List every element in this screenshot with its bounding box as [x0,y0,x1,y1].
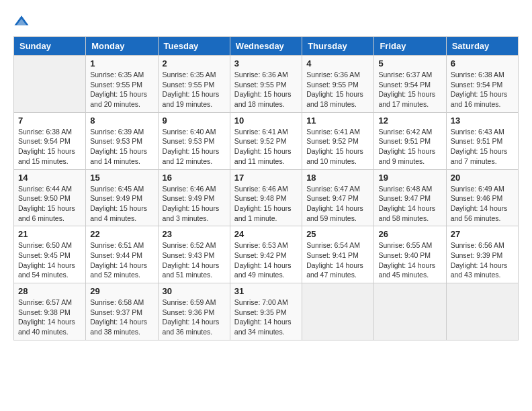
calendar: SundayMondayTuesdayWednesdayThursdayFrid… [13,36,519,340]
calendar-week-2: 7Sunrise: 6:38 AM Sunset: 9:54 PM Daylig… [14,112,519,169]
day-info: Sunrise: 6:39 AM Sunset: 9:53 PM Dayligh… [90,127,153,167]
calendar-body: 1Sunrise: 6:35 AM Sunset: 9:55 PM Daylig… [14,56,519,340]
calendar-cell: 21Sunrise: 6:50 AM Sunset: 9:45 PM Dayli… [14,226,86,283]
day-info: Sunrise: 6:56 AM Sunset: 9:39 PM Dayligh… [451,240,514,280]
calendar-cell: 19Sunrise: 6:48 AM Sunset: 9:47 PM Dayli… [374,169,446,226]
day-number: 28 [18,286,81,296]
calendar-week-4: 21Sunrise: 6:50 AM Sunset: 9:45 PM Dayli… [14,226,519,283]
day-info: Sunrise: 6:35 AM Sunset: 9:55 PM Dayligh… [163,70,226,109]
calendar-cell: 26Sunrise: 6:55 AM Sunset: 9:40 PM Dayli… [374,226,446,283]
day-info: Sunrise: 6:58 AM Sunset: 9:37 PM Dayligh… [90,298,153,337]
day-info: Sunrise: 6:51 AM Sunset: 9:44 PM Dayligh… [90,240,153,280]
day-info: Sunrise: 6:57 AM Sunset: 9:38 PM Dayligh… [18,298,81,337]
day-number: 21 [18,229,81,239]
day-info: Sunrise: 7:00 AM Sunset: 9:35 PM Dayligh… [234,298,298,337]
day-number: 14 [18,173,81,183]
day-number: 20 [451,173,514,183]
day-info: Sunrise: 6:48 AM Sunset: 9:47 PM Dayligh… [378,184,441,224]
day-number: 29 [90,286,153,296]
calendar-cell: 7Sunrise: 6:38 AM Sunset: 9:54 PM Daylig… [14,112,86,169]
day-number: 17 [234,173,298,183]
calendar-cell [446,283,518,340]
day-header-friday: Friday [374,37,446,56]
calendar-cell: 22Sunrise: 6:51 AM Sunset: 9:44 PM Dayli… [86,226,158,283]
calendar-cell: 1Sunrise: 6:35 AM Sunset: 9:55 PM Daylig… [86,56,158,113]
calendar-cell [374,283,446,340]
day-number: 22 [90,229,153,239]
day-info: Sunrise: 6:54 AM Sunset: 9:41 PM Dayligh… [306,240,369,280]
day-info: Sunrise: 6:37 AM Sunset: 9:54 PM Dayligh… [378,70,441,109]
day-info: Sunrise: 6:43 AM Sunset: 9:51 PM Dayligh… [451,127,514,167]
day-number: 13 [451,116,514,126]
calendar-cell: 3Sunrise: 6:36 AM Sunset: 9:55 PM Daylig… [230,56,302,113]
logo-icon [13,13,30,30]
day-header-monday: Monday [86,37,158,56]
day-info: Sunrise: 6:38 AM Sunset: 9:54 PM Dayligh… [18,127,81,167]
day-info: Sunrise: 6:45 AM Sunset: 9:49 PM Dayligh… [90,184,153,224]
calendar-week-1: 1Sunrise: 6:35 AM Sunset: 9:55 PM Daylig… [14,56,519,113]
day-number: 16 [163,173,226,183]
day-info: Sunrise: 6:41 AM Sunset: 9:52 PM Dayligh… [306,127,369,167]
day-number: 6 [451,58,514,68]
day-info: Sunrise: 6:35 AM Sunset: 9:55 PM Dayligh… [90,70,153,109]
day-number: 3 [234,58,298,68]
calendar-cell: 29Sunrise: 6:58 AM Sunset: 9:37 PM Dayli… [86,283,158,340]
day-number: 2 [163,58,226,68]
calendar-cell: 14Sunrise: 6:44 AM Sunset: 9:50 PM Dayli… [14,169,86,226]
calendar-cell: 17Sunrise: 6:46 AM Sunset: 9:48 PM Dayli… [230,169,302,226]
calendar-cell: 12Sunrise: 6:42 AM Sunset: 9:51 PM Dayli… [374,112,446,169]
day-info: Sunrise: 6:46 AM Sunset: 9:49 PM Dayligh… [163,184,226,224]
calendar-week-3: 14Sunrise: 6:44 AM Sunset: 9:50 PM Dayli… [14,169,519,226]
day-number: 31 [234,286,298,296]
day-info: Sunrise: 6:38 AM Sunset: 9:54 PM Dayligh… [451,70,514,109]
day-info: Sunrise: 6:53 AM Sunset: 9:42 PM Dayligh… [234,240,298,280]
day-info: Sunrise: 6:49 AM Sunset: 9:46 PM Dayligh… [451,184,514,224]
day-number: 15 [90,173,153,183]
calendar-cell: 4Sunrise: 6:36 AM Sunset: 9:55 PM Daylig… [302,56,374,113]
calendar-cell: 23Sunrise: 6:52 AM Sunset: 9:43 PM Dayli… [158,226,230,283]
calendar-cell: 16Sunrise: 6:46 AM Sunset: 9:49 PM Dayli… [158,169,230,226]
calendar-cell: 2Sunrise: 6:35 AM Sunset: 9:55 PM Daylig… [158,56,230,113]
day-info: Sunrise: 6:50 AM Sunset: 9:45 PM Dayligh… [18,240,81,280]
calendar-cell: 28Sunrise: 6:57 AM Sunset: 9:38 PM Dayli… [14,283,86,340]
day-header-thursday: Thursday [302,37,374,56]
day-info: Sunrise: 6:41 AM Sunset: 9:52 PM Dayligh… [234,127,298,167]
day-number: 19 [378,173,441,183]
calendar-cell: 6Sunrise: 6:38 AM Sunset: 9:54 PM Daylig… [446,56,518,113]
calendar-cell: 20Sunrise: 6:49 AM Sunset: 9:46 PM Dayli… [446,169,518,226]
calendar-cell: 18Sunrise: 6:47 AM Sunset: 9:47 PM Dayli… [302,169,374,226]
day-number: 7 [18,116,81,126]
day-info: Sunrise: 6:42 AM Sunset: 9:51 PM Dayligh… [378,127,441,167]
day-number: 27 [451,229,514,239]
day-number: 5 [378,58,441,68]
calendar-cell [302,283,374,340]
day-number: 24 [234,229,298,239]
calendar-header-row: SundayMondayTuesdayWednesdayThursdayFrid… [14,37,519,56]
day-info: Sunrise: 6:47 AM Sunset: 9:47 PM Dayligh… [306,184,369,224]
day-info: Sunrise: 6:36 AM Sunset: 9:55 PM Dayligh… [306,70,369,109]
calendar-cell: 11Sunrise: 6:41 AM Sunset: 9:52 PM Dayli… [302,112,374,169]
calendar-cell: 9Sunrise: 6:40 AM Sunset: 9:53 PM Daylig… [158,112,230,169]
calendar-cell: 5Sunrise: 6:37 AM Sunset: 9:54 PM Daylig… [374,56,446,113]
day-info: Sunrise: 6:46 AM Sunset: 9:48 PM Dayligh… [234,184,298,224]
day-info: Sunrise: 6:36 AM Sunset: 9:55 PM Dayligh… [234,70,298,109]
day-info: Sunrise: 6:52 AM Sunset: 9:43 PM Dayligh… [163,240,226,280]
day-info: Sunrise: 6:40 AM Sunset: 9:53 PM Dayligh… [163,127,226,167]
calendar-cell: 30Sunrise: 6:59 AM Sunset: 9:36 PM Dayli… [158,283,230,340]
calendar-cell: 31Sunrise: 7:00 AM Sunset: 9:35 PM Dayli… [230,283,302,340]
day-number: 18 [306,173,369,183]
calendar-cell: 27Sunrise: 6:56 AM Sunset: 9:39 PM Dayli… [446,226,518,283]
calendar-cell: 10Sunrise: 6:41 AM Sunset: 9:52 PM Dayli… [230,112,302,169]
logo [13,13,32,30]
day-number: 4 [306,58,369,68]
day-number: 9 [163,116,226,126]
calendar-week-5: 28Sunrise: 6:57 AM Sunset: 9:38 PM Dayli… [14,283,519,340]
calendar-cell: 24Sunrise: 6:53 AM Sunset: 9:42 PM Dayli… [230,226,302,283]
day-header-tuesday: Tuesday [158,37,230,56]
day-number: 1 [90,58,153,68]
day-number: 23 [163,229,226,239]
day-number: 30 [163,286,226,296]
calendar-cell [14,56,86,113]
day-number: 26 [378,229,441,239]
day-number: 11 [306,116,369,126]
